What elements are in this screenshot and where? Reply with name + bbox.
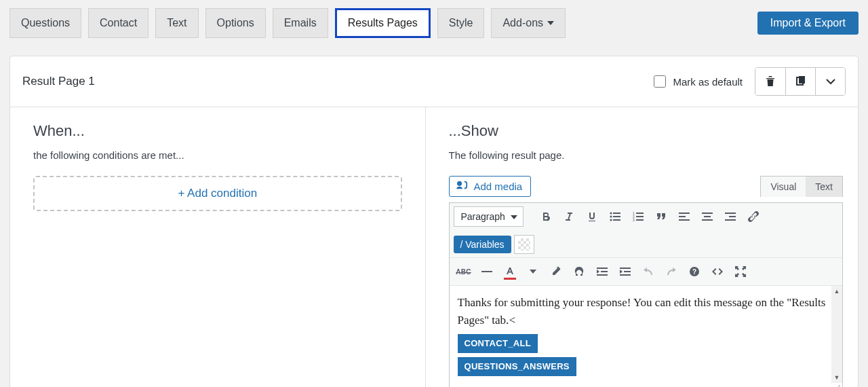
trash-icon [766, 76, 775, 87]
svg-point-4 [610, 215, 612, 217]
svg-rect-3 [613, 213, 620, 214]
import-export-button[interactable]: Import & Export [757, 12, 859, 35]
svg-rect-29 [620, 274, 631, 276]
variable-tag-contact[interactable]: CONTACT_ALL [458, 334, 538, 353]
svg-text:?: ? [692, 268, 696, 276]
svg-rect-5 [613, 216, 620, 217]
source-code-button[interactable] [707, 261, 728, 282]
blockquote-button[interactable] [651, 206, 671, 227]
tab-results-pages[interactable]: Results Pages [335, 8, 431, 38]
show-subtitle: The following result page. [449, 149, 844, 161]
color-swatch-icon [504, 278, 516, 280]
collapse-button[interactable] [815, 68, 845, 95]
svg-rect-20 [725, 213, 736, 214]
chevron-down-icon [547, 21, 554, 25]
show-title: ...Show [449, 122, 844, 140]
italic-button[interactable] [559, 206, 579, 227]
text-color-button[interactable] [500, 261, 520, 282]
svg-rect-16 [679, 219, 690, 221]
media-icon [456, 180, 469, 193]
resize-handle[interactable] [450, 383, 843, 387]
svg-rect-7 [613, 219, 620, 221]
svg-rect-22 [725, 219, 736, 221]
tab-text[interactable]: Text [806, 177, 842, 197]
svg-rect-13 [636, 219, 644, 221]
svg-rect-26 [597, 274, 608, 276]
when-title: When... [33, 122, 402, 140]
svg-rect-19 [702, 219, 713, 221]
text-color-dropdown[interactable] [523, 261, 543, 282]
result-page-title: Result Page 1 [22, 75, 654, 88]
undo-button[interactable] [638, 261, 658, 282]
svg-rect-18 [704, 216, 711, 217]
tab-addons-label: Add-ons [502, 17, 543, 29]
editor-body-text: Thanks for submitting your response! You… [458, 296, 826, 327]
variable-tag-questions[interactable]: QUESTIONS_ANSWERS [458, 357, 576, 376]
horizontal-rule-button[interactable] [477, 261, 497, 282]
editor-content-area[interactable]: Thanks for submitting your response! You… [450, 286, 843, 383]
svg-rect-21 [729, 216, 736, 217]
add-media-button[interactable]: Add media [449, 176, 532, 197]
align-left-button[interactable] [674, 206, 694, 227]
svg-rect-28 [624, 271, 631, 272]
tab-style[interactable]: Style [437, 8, 485, 38]
scroll-down-icon[interactable]: ▼ [831, 372, 842, 383]
tab-contact[interactable]: Contact [88, 8, 149, 38]
tab-addons[interactable]: Add-ons [491, 8, 566, 38]
align-right-button[interactable] [720, 206, 741, 227]
indent-button[interactable] [615, 261, 635, 282]
when-subtitle: the following conditions are met... [33, 149, 402, 161]
duplicate-button[interactable] [785, 68, 815, 95]
outdent-button[interactable] [592, 261, 612, 282]
tab-text[interactable]: Text [155, 8, 198, 38]
scroll-up-icon[interactable]: ▲ [831, 286, 842, 297]
tab-questions[interactable]: Questions [9, 8, 81, 38]
chevron-down-icon [511, 215, 517, 219]
underline-button[interactable] [582, 206, 602, 227]
copy-icon [795, 76, 806, 87]
svg-rect-11 [636, 216, 644, 217]
numbered-list-button[interactable]: 123 [628, 206, 648, 227]
help-button[interactable]: ? [684, 261, 705, 282]
strikethrough-button[interactable]: ABC [454, 261, 474, 282]
tab-visual[interactable]: Visual [761, 177, 806, 197]
svg-rect-14 [679, 213, 690, 214]
svg-rect-25 [601, 271, 608, 272]
clear-format-button[interactable] [546, 261, 566, 282]
svg-text:3: 3 [633, 218, 635, 221]
svg-rect-17 [702, 213, 713, 214]
svg-rect-9 [636, 213, 644, 214]
format-select-label: Paragraph [461, 211, 505, 222]
svg-rect-1 [799, 76, 805, 84]
tab-emails[interactable]: Emails [273, 8, 328, 38]
scrollbar[interactable]: ▲ ▼ [831, 286, 842, 383]
fullscreen-button[interactable] [730, 261, 751, 282]
toolbar-toggle-button[interactable] [514, 235, 534, 254]
format-select[interactable]: Paragraph [454, 206, 524, 227]
svg-rect-27 [620, 268, 631, 269]
mark-default-checkbox[interactable] [654, 75, 666, 88]
bold-button[interactable] [536, 206, 556, 227]
variables-button[interactable]: / Variables [454, 236, 511, 253]
delete-button[interactable] [755, 68, 785, 95]
svg-point-2 [610, 212, 612, 214]
special-char-button[interactable] [569, 261, 589, 282]
link-button[interactable] [743, 206, 764, 227]
add-condition-button[interactable]: + Add condition [33, 176, 402, 211]
chevron-down-icon [825, 78, 836, 85]
checker-icon [518, 238, 530, 251]
tab-options[interactable]: Options [205, 8, 266, 38]
redo-button[interactable] [661, 261, 682, 282]
add-media-label: Add media [474, 181, 523, 192]
bullet-list-button[interactable] [605, 206, 625, 227]
svg-rect-24 [597, 268, 608, 269]
mark-default-label: Mark as default [673, 76, 743, 88]
align-center-button[interactable] [697, 206, 717, 227]
svg-rect-23 [481, 271, 492, 272]
svg-rect-15 [679, 216, 686, 217]
svg-point-6 [610, 219, 612, 221]
main-tabs: Questions Contact Text Options Emails Re… [9, 8, 757, 38]
